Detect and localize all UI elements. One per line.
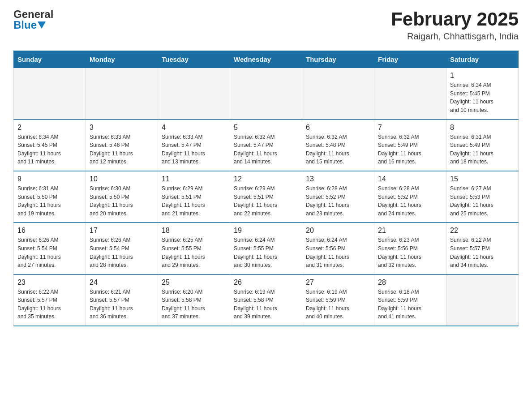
weekday-header-wednesday: Wednesday (230, 51, 302, 68)
day-info: Sunrise: 6:34 AM Sunset: 5:45 PM Dayligh… (17, 133, 82, 166)
page-header: General Blue February 2025 Raigarh, Chha… (13, 9, 519, 42)
day-info: Sunrise: 6:24 AM Sunset: 5:56 PM Dayligh… (306, 236, 370, 269)
day-number: 12 (234, 175, 298, 183)
calendar-day: 25Sunrise: 6:20 AM Sunset: 5:58 PM Dayli… (158, 274, 230, 326)
day-info: Sunrise: 6:26 AM Sunset: 5:54 PM Dayligh… (17, 236, 82, 269)
calendar-day (230, 68, 302, 120)
day-number: 18 (162, 227, 226, 235)
calendar-body: 1Sunrise: 6:34 AM Sunset: 5:45 PM Daylig… (14, 68, 519, 326)
day-info: Sunrise: 6:23 AM Sunset: 5:56 PM Dayligh… (378, 236, 442, 269)
weekday-header-sunday: Sunday (14, 51, 86, 68)
weekday-header-saturday: Saturday (446, 51, 519, 68)
calendar-day: 16Sunrise: 6:26 AM Sunset: 5:54 PM Dayli… (14, 223, 86, 274)
day-number: 11 (162, 175, 226, 183)
day-number: 8 (450, 124, 515, 132)
day-info: Sunrise: 6:26 AM Sunset: 5:54 PM Dayligh… (90, 236, 154, 269)
day-number: 23 (17, 278, 82, 287)
day-info: Sunrise: 6:32 AM Sunset: 5:49 PM Dayligh… (378, 133, 442, 166)
calendar-day: 3Sunrise: 6:33 AM Sunset: 5:46 PM Daylig… (86, 120, 158, 171)
calendar-day (86, 68, 158, 120)
calendar-day: 14Sunrise: 6:28 AM Sunset: 5:52 PM Dayli… (374, 171, 446, 223)
title-block: February 2025 Raigarh, Chhattisgarh, Ind… (391, 9, 519, 42)
day-info: Sunrise: 6:19 AM Sunset: 5:59 PM Dayligh… (306, 288, 370, 321)
weekday-header-thursday: Thursday (302, 51, 374, 68)
day-info: Sunrise: 6:28 AM Sunset: 5:52 PM Dayligh… (306, 184, 370, 218)
day-number: 22 (450, 227, 515, 235)
day-number: 25 (162, 278, 226, 287)
calendar-day: 1Sunrise: 6:34 AM Sunset: 5:45 PM Daylig… (446, 68, 519, 120)
day-number: 2 (17, 124, 82, 132)
calendar-day: 19Sunrise: 6:24 AM Sunset: 5:55 PM Dayli… (230, 223, 302, 274)
calendar-table: SundayMondayTuesdayWednesdayThursdayFrid… (13, 51, 519, 326)
calendar-day: 27Sunrise: 6:19 AM Sunset: 5:59 PM Dayli… (302, 274, 374, 326)
day-number: 1 (450, 72, 515, 80)
day-number: 3 (90, 124, 154, 132)
calendar-day: 10Sunrise: 6:30 AM Sunset: 5:50 PM Dayli… (86, 171, 158, 223)
day-info: Sunrise: 6:29 AM Sunset: 5:51 PM Dayligh… (234, 184, 298, 218)
day-number: 5 (234, 124, 298, 132)
day-number: 4 (162, 124, 226, 132)
calendar-day: 2Sunrise: 6:34 AM Sunset: 5:45 PM Daylig… (14, 120, 86, 171)
calendar-week-2: 2Sunrise: 6:34 AM Sunset: 5:45 PM Daylig… (14, 120, 519, 171)
day-number: 15 (450, 175, 515, 183)
day-info: Sunrise: 6:33 AM Sunset: 5:47 PM Dayligh… (162, 133, 226, 166)
day-info: Sunrise: 6:22 AM Sunset: 5:57 PM Dayligh… (450, 236, 515, 269)
day-info: Sunrise: 6:32 AM Sunset: 5:47 PM Dayligh… (234, 133, 298, 166)
day-info: Sunrise: 6:27 AM Sunset: 5:53 PM Dayligh… (450, 184, 515, 218)
weekday-header-tuesday: Tuesday (158, 51, 230, 68)
calendar-day: 28Sunrise: 6:18 AM Sunset: 5:59 PM Dayli… (374, 274, 446, 326)
calendar-week-4: 16Sunrise: 6:26 AM Sunset: 5:54 PM Dayli… (14, 223, 519, 274)
day-number: 14 (378, 175, 442, 183)
day-number: 16 (17, 227, 82, 235)
day-info: Sunrise: 6:32 AM Sunset: 5:48 PM Dayligh… (306, 133, 370, 166)
day-info: Sunrise: 6:19 AM Sunset: 5:58 PM Dayligh… (234, 288, 298, 321)
calendar-day (302, 68, 374, 120)
calendar-day: 8Sunrise: 6:31 AM Sunset: 5:49 PM Daylig… (446, 120, 519, 171)
day-number: 10 (90, 175, 154, 183)
calendar-day: 7Sunrise: 6:32 AM Sunset: 5:49 PM Daylig… (374, 120, 446, 171)
svg-marker-0 (38, 21, 46, 29)
calendar-day: 20Sunrise: 6:24 AM Sunset: 5:56 PM Dayli… (302, 223, 374, 274)
day-number: 27 (306, 278, 370, 287)
calendar-day (446, 274, 519, 326)
day-info: Sunrise: 6:20 AM Sunset: 5:58 PM Dayligh… (162, 288, 226, 321)
calendar-day (158, 68, 230, 120)
day-info: Sunrise: 6:21 AM Sunset: 5:57 PM Dayligh… (90, 288, 154, 321)
calendar-day: 13Sunrise: 6:28 AM Sunset: 5:52 PM Dayli… (302, 171, 374, 223)
calendar-day: 22Sunrise: 6:22 AM Sunset: 5:57 PM Dayli… (446, 223, 519, 274)
calendar-day: 4Sunrise: 6:33 AM Sunset: 5:47 PM Daylig… (158, 120, 230, 171)
logo: General Blue (13, 9, 53, 30)
day-info: Sunrise: 6:31 AM Sunset: 5:49 PM Dayligh… (450, 133, 515, 166)
logo-triangle-icon (38, 21, 46, 29)
calendar-day: 9Sunrise: 6:31 AM Sunset: 5:50 PM Daylig… (14, 171, 86, 223)
day-number: 26 (234, 278, 298, 287)
day-number: 24 (90, 278, 154, 287)
logo-general-text: General (13, 9, 53, 20)
day-info: Sunrise: 6:29 AM Sunset: 5:51 PM Dayligh… (162, 184, 226, 218)
month-title: February 2025 (391, 9, 519, 30)
weekday-header-friday: Friday (374, 51, 446, 68)
calendar-day: 11Sunrise: 6:29 AM Sunset: 5:51 PM Dayli… (158, 171, 230, 223)
day-info: Sunrise: 6:22 AM Sunset: 5:57 PM Dayligh… (17, 288, 82, 321)
calendar-day: 26Sunrise: 6:19 AM Sunset: 5:58 PM Dayli… (230, 274, 302, 326)
calendar-day: 21Sunrise: 6:23 AM Sunset: 5:56 PM Dayli… (374, 223, 446, 274)
day-number: 9 (17, 175, 82, 183)
day-info: Sunrise: 6:30 AM Sunset: 5:50 PM Dayligh… (90, 184, 154, 218)
calendar-day: 15Sunrise: 6:27 AM Sunset: 5:53 PM Dayli… (446, 171, 519, 223)
location-title: Raigarh, Chhattisgarh, India (391, 31, 519, 42)
day-number: 21 (378, 227, 442, 235)
weekday-header-monday: Monday (86, 51, 158, 68)
day-number: 6 (306, 124, 370, 132)
day-info: Sunrise: 6:18 AM Sunset: 5:59 PM Dayligh… (378, 288, 442, 321)
logo-blue-text: Blue (13, 20, 37, 30)
day-info: Sunrise: 6:28 AM Sunset: 5:52 PM Dayligh… (378, 184, 442, 218)
day-number: 19 (234, 227, 298, 235)
calendar-day: 6Sunrise: 6:32 AM Sunset: 5:48 PM Daylig… (302, 120, 374, 171)
day-number: 7 (378, 124, 442, 132)
calendar-day: 24Sunrise: 6:21 AM Sunset: 5:57 PM Dayli… (86, 274, 158, 326)
day-number: 28 (378, 278, 442, 287)
calendar-day: 12Sunrise: 6:29 AM Sunset: 5:51 PM Dayli… (230, 171, 302, 223)
day-number: 17 (90, 227, 154, 235)
calendar-week-5: 23Sunrise: 6:22 AM Sunset: 5:57 PM Dayli… (14, 274, 519, 326)
calendar-day: 17Sunrise: 6:26 AM Sunset: 5:54 PM Dayli… (86, 223, 158, 274)
